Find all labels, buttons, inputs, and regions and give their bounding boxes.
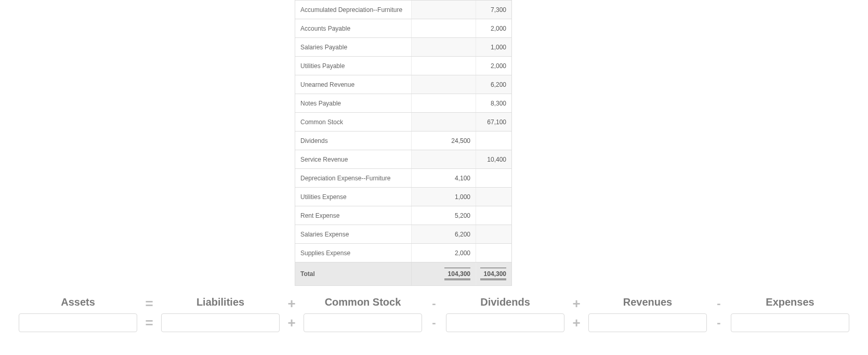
- minus-icon: -: [707, 317, 731, 328]
- plus-icon: +: [280, 316, 304, 330]
- equation-term-label: Expenses: [731, 293, 849, 313]
- total-credit: 104,300: [476, 262, 511, 285]
- account-name: Utilities Expense: [295, 188, 412, 206]
- plus-icon: +: [280, 297, 304, 310]
- equation-term-label: Dividends: [446, 293, 564, 313]
- account-debit: 5,200: [412, 206, 476, 225]
- account-credit: 7,300: [476, 1, 511, 19]
- equation-term-label: Liabilities: [161, 293, 280, 313]
- assets-input[interactable]: [19, 313, 137, 332]
- liabilities-input[interactable]: [161, 313, 280, 332]
- account-name: Unearned Revenue: [295, 75, 412, 94]
- common-stock-input[interactable]: [304, 313, 422, 332]
- total-credit-value: 104,300: [480, 268, 506, 280]
- plus-icon: +: [564, 316, 588, 330]
- account-debit: [412, 113, 476, 131]
- account-credit: 2,000: [476, 57, 511, 75]
- account-credit: [476, 206, 511, 225]
- equation-inputs: = + - + -: [19, 313, 849, 332]
- table-row: Dividends 24,500: [295, 131, 511, 150]
- table-row: Service Revenue 10,400: [295, 150, 511, 168]
- table-row: Unearned Revenue 6,200: [295, 75, 511, 94]
- account-name: Supplies Expense: [295, 244, 412, 262]
- dividends-input[interactable]: [446, 313, 564, 332]
- table-total-row: Total 104,300 104,300: [295, 262, 511, 285]
- minus-icon: -: [707, 298, 731, 309]
- account-name: Notes Payable: [295, 94, 412, 112]
- account-credit: [476, 188, 511, 206]
- account-debit: [412, 150, 476, 168]
- account-name: Utilities Payable: [295, 57, 412, 75]
- equation-term-label: Assets: [19, 293, 137, 313]
- account-credit: 6,200: [476, 75, 511, 94]
- account-debit: [412, 1, 476, 19]
- minus-icon: -: [422, 298, 446, 309]
- table-row: Utilities Payable 2,000: [295, 56, 511, 75]
- expenses-input[interactable]: [731, 313, 849, 332]
- table-row: Utilities Expense 1,000: [295, 187, 511, 206]
- account-name: Service Revenue: [295, 150, 412, 168]
- total-label: Total: [295, 262, 412, 285]
- account-debit: [412, 19, 476, 37]
- table-row: Rent Expense 5,200: [295, 206, 511, 225]
- revenues-input[interactable]: [588, 313, 707, 332]
- account-credit: 8,300: [476, 94, 511, 112]
- equation-term-label: Common Stock: [304, 293, 422, 313]
- account-name: Depreciation Expense--Furniture: [295, 169, 412, 187]
- accounting-equation: Assets = Liabilities + Common Stock - Di…: [0, 293, 868, 343]
- account-credit: 67,100: [476, 113, 511, 131]
- account-name: Dividends: [295, 132, 412, 150]
- account-debit: [412, 38, 476, 56]
- account-debit: 6,200: [412, 225, 476, 243]
- equals-icon: =: [137, 316, 161, 330]
- table-row: Accounts Payable 2,000: [295, 19, 511, 37]
- account-name: Salaries Expense: [295, 225, 412, 243]
- equation-headings: Assets = Liabilities + Common Stock - Di…: [19, 293, 849, 313]
- account-debit: [412, 57, 476, 75]
- account-debit: 2,000: [412, 244, 476, 262]
- table-row: Supplies Expense 2,000: [295, 243, 511, 262]
- account-name: Accounts Payable: [295, 19, 412, 37]
- account-credit: [476, 244, 511, 262]
- account-credit: 10,400: [476, 150, 511, 168]
- account-debit: [412, 75, 476, 94]
- account-name: Accumulated Depreciation--Furniture: [295, 1, 412, 19]
- account-credit: 1,000: [476, 38, 511, 56]
- account-credit: 2,000: [476, 19, 511, 37]
- account-credit: [476, 169, 511, 187]
- table-row: Depreciation Expense--Furniture 4,100: [295, 168, 511, 187]
- table-row: Notes Payable 8,300: [295, 94, 511, 112]
- total-debit: 104,300: [412, 262, 476, 285]
- total-debit-value: 104,300: [444, 268, 470, 280]
- trial-balance-table: Accumulated Depreciation--Furniture 7,30…: [295, 0, 512, 286]
- account-debit: 1,000: [412, 188, 476, 206]
- account-credit: [476, 132, 511, 150]
- account-debit: [412, 94, 476, 112]
- table-row: Salaries Payable 1,000: [295, 37, 511, 56]
- account-name: Common Stock: [295, 113, 412, 131]
- account-credit: [476, 225, 511, 243]
- table-row: Salaries Expense 6,200: [295, 225, 511, 243]
- account-name: Rent Expense: [295, 206, 412, 225]
- table-row: Accumulated Depreciation--Furniture 7,30…: [295, 0, 511, 19]
- table-row: Common Stock 67,100: [295, 112, 511, 131]
- account-debit: 24,500: [412, 132, 476, 150]
- account-name: Salaries Payable: [295, 38, 412, 56]
- minus-icon: -: [422, 317, 446, 328]
- equals-icon: =: [137, 297, 161, 310]
- account-debit: 4,100: [412, 169, 476, 187]
- plus-icon: +: [564, 297, 588, 310]
- equation-term-label: Revenues: [588, 293, 707, 313]
